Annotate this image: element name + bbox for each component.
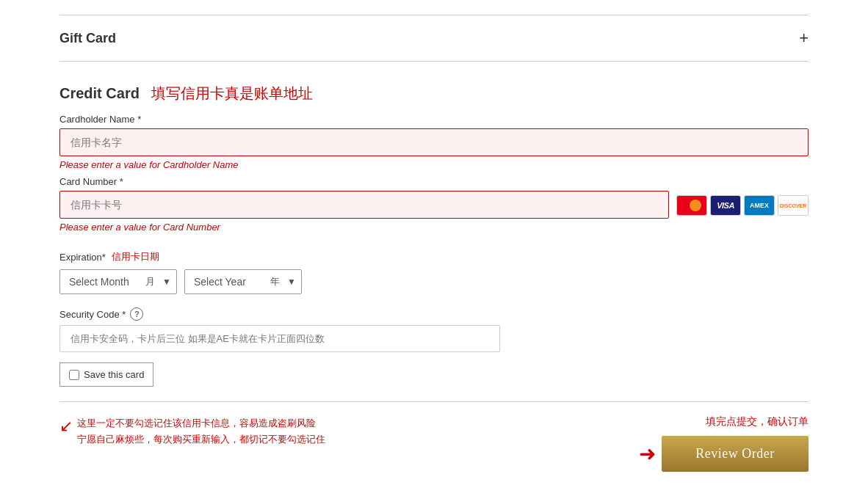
warning-text: 这里一定不要勾选记住该信用卡信息，容易造成盗刷风险 宁愿自己麻烦些，每次购买重新… [77, 415, 325, 448]
gift-card-section: Gift Card + [59, 15, 809, 62]
card-number-label: Card Number * [59, 176, 809, 187]
card-icons: VISA AMEX DISCOVER [676, 195, 809, 216]
review-order-button[interactable]: Review Order [662, 436, 809, 472]
save-card-checkbox[interactable] [69, 370, 79, 380]
select-year[interactable]: Select Year 2024 2025 2026 2027 2028 202… [184, 269, 302, 294]
select-month-wrapper: Select Month 01 - January 02 - February … [59, 269, 177, 294]
cardholder-name-label: Cardholder Name * [59, 114, 809, 125]
cardholder-name-input[interactable] [59, 128, 809, 156]
cardholder-name-error: Please enter a value for Cardholder Name [59, 159, 809, 170]
expiration-hint: 信用卡日期 [112, 250, 159, 263]
save-card-checkbox-wrap[interactable]: Save this card [59, 362, 153, 387]
warning-line2: 宁愿自己麻烦些，每次购买重新输入，都切记不要勾选记住 [77, 434, 325, 445]
expiration-selects: Select Month 01 - January 02 - February … [59, 269, 809, 294]
gift-card-title: Gift Card [59, 31, 116, 46]
warning-arrow-icon: ↙ [59, 417, 73, 436]
security-code-input[interactable] [59, 325, 500, 352]
cardholder-name-field: Cardholder Name * Please enter a value f… [59, 114, 809, 170]
expiration-label-row: Expiration* 信用卡日期 [59, 250, 809, 263]
select-year-wrapper: Select Year 2024 2025 2026 2027 2028 202… [184, 269, 302, 294]
expiration-label: Expiration* [59, 252, 106, 263]
card-number-field: Card Number * Please enter a value for C… [59, 176, 809, 238]
card-number-row: Please enter a value for Card Number VIS… [59, 191, 809, 238]
security-code-label: Security Code * [59, 309, 126, 320]
mastercard-icon [676, 195, 707, 216]
expiration-section: Expiration* 信用卡日期 Select Month 01 - Janu… [59, 250, 809, 294]
security-code-section: Security Code * ? [59, 307, 809, 352]
review-order-arrow-icon: ➜ [639, 442, 656, 466]
footer-row: ↙ 这里一定不要勾选记住该信用卡信息，容易造成盗刷风险 宁愿自己麻烦些，每次购买… [59, 401, 809, 472]
card-number-input[interactable] [59, 191, 669, 219]
save-card-section: Save this card [59, 362, 809, 387]
save-card-label: Save this card [84, 369, 144, 380]
page-container: Gift Card + Credit Card 填写信用卡真是账单地址 Card… [30, 0, 838, 485]
card-number-input-wrap: Please enter a value for Card Number [59, 191, 669, 238]
select-month[interactable]: Select Month 01 - January 02 - February … [59, 269, 177, 294]
amex-icon: AMEX [744, 195, 775, 216]
submit-hint-text: 填完点提交，确认订单 [706, 415, 809, 429]
discover-icon: DISCOVER [778, 195, 809, 216]
right-section: 填完点提交，确认订单 ➜ Review Order [639, 415, 809, 472]
credit-card-section: Credit Card 填写信用卡真是账单地址 Cardholder Name … [59, 76, 809, 479]
review-order-row: ➜ Review Order [639, 436, 809, 472]
credit-card-subtitle: 填写信用卡真是账单地址 [151, 84, 313, 103]
visa-icon: VISA [710, 195, 741, 216]
submit-hint-row: 填完点提交，确认订单 [706, 415, 809, 429]
credit-card-heading: Credit Card 填写信用卡真是账单地址 [59, 84, 809, 103]
credit-card-title: Credit Card [59, 85, 140, 102]
card-number-error: Please enter a value for Card Number [59, 222, 669, 233]
warning-line1: 这里一定不要勾选记住该信用卡信息，容易造成盗刷风险 [77, 417, 316, 429]
warning-section: ↙ 这里一定不要勾选记住该信用卡信息，容易造成盗刷风险 宁愿自己麻烦些，每次购买… [59, 415, 325, 448]
security-label-row: Security Code * ? [59, 307, 809, 321]
security-help-icon[interactable]: ? [130, 307, 143, 321]
security-input-wrap [59, 325, 500, 352]
gift-card-expand-button[interactable]: + [799, 29, 809, 48]
